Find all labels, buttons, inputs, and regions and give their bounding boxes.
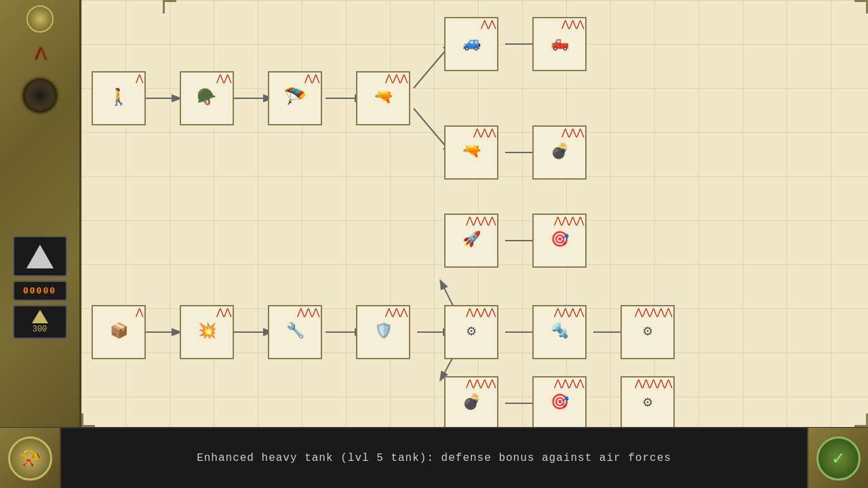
checkmark-icon: ✓: [816, 436, 861, 481]
menu-button-inner: 📯: [8, 436, 52, 481]
tech-card-arty-b2[interactable]: ⋀⋀⋀⋀ 🎯: [532, 376, 587, 427]
tech-card-rocket-team[interactable]: ⋀⋀⋀⋀ 🚀: [444, 214, 498, 268]
bottom-bar: 📯 Enhanced heavy tank (lvl 5 tank): defe…: [0, 427, 868, 488]
rank-badge: ⋀⋀⋀: [473, 128, 496, 138]
rank-badge: ⋀⋀⋀: [385, 308, 408, 317]
tech-card-arty-self[interactable]: ⋀⋀⋀ 🛡️: [356, 305, 410, 359]
main-game-area: ⋀ 🚶 ⋀⋀ 🪖 ⋀⋀ 🪂 ⋀⋀⋀ 🔫 ⋀⋀ 🚙 ⋀⋀⋀ 🛻 ⋀⋀⋀ 🔫 ⋀⋀⋀…: [81, 0, 868, 427]
tech-card-arty-b1[interactable]: ⋀⋀⋀⋀ 💣: [444, 376, 498, 427]
rank-badge: ⋀⋀: [216, 74, 231, 83]
corner-tl: [163, 0, 176, 14]
sand-display: 300: [13, 305, 67, 339]
tech-card-infantry-basic[interactable]: ⋀⋀ 🪖: [180, 71, 234, 125]
tech-card-arty-aa[interactable]: ⋀⋀⋀ 🔧: [268, 305, 322, 359]
corner-ornament-top: [26, 5, 54, 33]
rank-badge: ⋀⋀⋀⋀: [554, 216, 584, 226]
tech-card-arty-b3[interactable]: ⋀⋀⋀⋀⋀ ⚙️: [620, 376, 675, 427]
rank-badge: ⋀⋀⋀⋀: [554, 379, 584, 388]
rank-badge: ⋀⋀⋀⋀: [466, 216, 496, 226]
tech-card-mg-heavy[interactable]: ⋀⋀⋀ 💣: [532, 125, 587, 180]
rank-badge: ⋀⋀⋀: [561, 128, 584, 138]
rank-badge: ⋀⋀⋀: [385, 74, 408, 83]
sidebar: ⋀ 00000 300: [0, 0, 81, 488]
rank-badge: ⋀⋀⋀⋀: [466, 379, 496, 388]
pyramid-icon: [26, 245, 54, 268]
tech-card-arty-start[interactable]: ⋀ 📦: [92, 305, 146, 359]
rank-badge: ⋀: [136, 308, 143, 317]
rank-badge: ⋀⋀⋀: [297, 308, 319, 317]
sand-amount: 300: [33, 325, 47, 334]
score-panel: 00000 300: [9, 236, 71, 339]
tech-card-infantry-start[interactable]: ⋀ 🚶: [92, 71, 146, 125]
rank-badge: ⋀⋀⋀⋀⋀: [635, 308, 672, 317]
rank-badge: ⋀⋀⋀: [561, 20, 584, 29]
corner-bl: [81, 413, 95, 427]
tech-card-arty-adv[interactable]: ⋀⋀⋀⋀ ⚙️: [444, 305, 498, 359]
pyramid-button[interactable]: [13, 236, 67, 277]
tech-card-mg-team[interactable]: ⋀⋀⋀ 🔫: [444, 125, 498, 180]
score-display: 00000: [13, 281, 67, 301]
rank-badge: ⋀⋀⋀⋀⋀: [635, 379, 672, 388]
trumpet-icon: 📯: [18, 447, 42, 470]
tech-card-arty-heavy[interactable]: ⋀⋀⋀⋀ 🔩: [532, 305, 587, 359]
tech-card-tank-heavy5[interactable]: ⋀⋀⋀⋀⋀ ⚙️: [620, 305, 675, 359]
tech-card-smg-trooper[interactable]: ⋀⋀⋀ 🔫: [356, 71, 410, 125]
tech-card-jeep[interactable]: ⋀⋀ 🚙: [444, 17, 498, 71]
sand-icon: [32, 310, 48, 323]
rank-badge: ⋀⋀⋀⋀: [554, 308, 584, 317]
rank-icon-top: ⋀: [23, 41, 57, 62]
rank-badge: ⋀⋀: [481, 20, 496, 29]
rank-badge: ⋀⋀: [216, 308, 231, 317]
score-value: 00000: [23, 286, 56, 296]
tech-card-rocket-heavy[interactable]: ⋀⋀⋀⋀ 🎯: [532, 214, 587, 268]
tech-card-paratrooper[interactable]: ⋀⋀ 🪂: [268, 71, 322, 125]
corner-br: [854, 413, 868, 427]
tech-card-arty-basic[interactable]: ⋀⋀ 💥: [180, 305, 234, 359]
confirm-button[interactable]: ✓: [807, 428, 868, 488]
corner-tr: [854, 0, 868, 14]
bullet-hole: [23, 79, 57, 113]
status-message: Enhanced heavy tank (lvl 5 tank): defens…: [61, 452, 807, 464]
rank-badge: ⋀⋀: [304, 74, 319, 83]
rank-badge: ⋀: [136, 74, 143, 83]
rank-badge: ⋀⋀⋀⋀: [466, 308, 496, 317]
tech-card-jeep-heavy[interactable]: ⋀⋀⋀ 🛻: [532, 17, 587, 71]
menu-button[interactable]: 📯: [0, 428, 61, 488]
